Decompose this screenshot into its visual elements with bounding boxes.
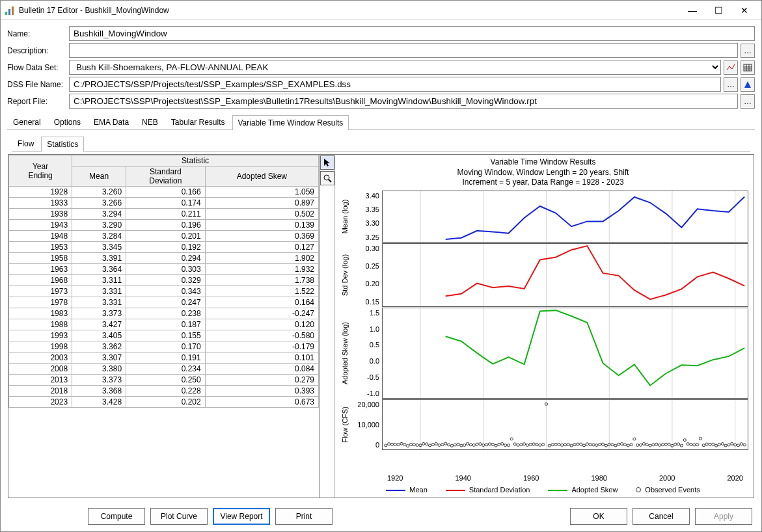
svg-point-64	[472, 444, 475, 446]
table-row[interactable]: 19933.4050.155-0.580	[9, 330, 319, 341]
table-row[interactable]: 20233.4280.2020.673	[9, 397, 319, 408]
svg-point-44	[409, 443, 412, 446]
ok-button[interactable]: OK	[570, 508, 627, 525]
table-row[interactable]: 19633.3640.3031.932	[9, 264, 319, 275]
table-row[interactable]: 20183.3680.2280.393	[9, 386, 319, 397]
svg-point-53	[438, 444, 441, 446]
svg-point-51	[431, 443, 434, 446]
table-row[interactable]: 19783.3310.2470.164	[9, 297, 319, 308]
x-axis: 192019401960198020002020	[338, 473, 748, 482]
svg-point-95	[570, 444, 573, 447]
svg-point-39	[394, 443, 396, 446]
statistics-table-pane: Year Ending Statistic MeanStandard Devia…	[8, 155, 320, 498]
dss-file-field[interactable]	[69, 77, 721, 92]
flow-data-set-select[interactable]: Bush Kill-Shoemakers, PA-FLOW-ANNUAL PEA…	[69, 60, 721, 75]
svg-point-129	[677, 443, 679, 446]
cancel-button[interactable]: Cancel	[633, 508, 690, 525]
table-row[interactable]: 19283.2600.1661.059	[9, 187, 319, 198]
report-file-field[interactable]	[69, 94, 738, 109]
svg-point-76	[510, 438, 513, 440]
table-row[interactable]: 19433.2900.1960.139	[9, 220, 319, 231]
plot-curve-button[interactable]: Plot Curve	[150, 508, 208, 525]
table-row[interactable]: 19383.2940.2110.502	[9, 209, 319, 220]
svg-point-119	[646, 444, 648, 446]
compute-button[interactable]: Compute	[88, 508, 145, 525]
view-report-button[interactable]: View Report	[213, 508, 270, 525]
svg-point-113	[627, 444, 629, 447]
table-row[interactable]: 19533.3450.1920.127	[9, 242, 319, 253]
tab-variable-time-window-results[interactable]: Variable Time Window Results	[232, 115, 349, 130]
table-row[interactable]: 20133.3730.2500.279	[9, 375, 319, 386]
svg-point-124	[661, 444, 664, 446]
x-tick: 2000	[659, 474, 675, 482]
minimize-button[interactable]: —	[679, 1, 705, 20]
table-data-icon[interactable]	[741, 60, 755, 75]
tab-ema-data[interactable]: EMA Data	[88, 114, 135, 129]
table-row[interactable]: 20033.3070.1910.101	[9, 352, 319, 364]
table-row[interactable]: 19833.3730.238-0.247	[9, 308, 319, 319]
dss-label: DSS File Name:	[7, 80, 69, 89]
svg-point-60	[460, 444, 463, 447]
svg-marker-9	[324, 159, 330, 166]
x-tick: 1960	[523, 474, 539, 482]
x-tick: 1920	[387, 474, 403, 482]
table-row[interactable]: 19683.3110.3291.738	[9, 275, 319, 286]
svg-point-61	[463, 444, 466, 446]
plot-panel[interactable]	[382, 243, 748, 307]
table-row[interactable]: 19483.2840.2010.369	[9, 231, 319, 242]
maximize-button[interactable]: ☐	[705, 1, 731, 20]
name-field[interactable]	[69, 26, 755, 41]
table-row[interactable]: 19333.2660.1740.897	[9, 198, 319, 209]
svg-point-10	[324, 175, 329, 180]
close-button[interactable]: ✕	[731, 1, 757, 20]
button-bar: Compute Plot Curve View Report Print OK …	[1, 505, 761, 531]
table-row[interactable]: 19883.4270.1870.120	[9, 319, 319, 330]
table-row[interactable]: 19583.3910.2941.902	[9, 253, 319, 264]
svg-point-125	[664, 443, 667, 446]
plot-panel[interactable]	[382, 308, 748, 399]
table-row[interactable]: 20083.3800.2340.084	[9, 364, 319, 375]
svg-point-57	[450, 444, 453, 447]
table-row[interactable]: 19983.3620.170-0.179	[9, 341, 319, 352]
svg-point-63	[469, 444, 472, 446]
tab-general[interactable]: General	[7, 114, 47, 129]
chart-area: Variable Time Window Results Moving Wind…	[335, 155, 754, 498]
svg-rect-3	[744, 64, 752, 71]
svg-point-121	[652, 444, 655, 446]
tab-tabular-results[interactable]: Tabular Results	[165, 114, 231, 129]
tab-neb[interactable]: NEB	[136, 114, 164, 129]
svg-point-73	[501, 442, 504, 445]
zoom-tool-icon[interactable]	[320, 171, 334, 185]
dss-browse-button[interactable]: …	[724, 77, 738, 92]
subtab-statistics[interactable]: Statistics	[41, 137, 84, 152]
dss-plot-icon[interactable]	[741, 77, 755, 92]
tab-options[interactable]: Options	[48, 114, 87, 129]
svg-point-131	[683, 438, 686, 441]
report-browse-button[interactable]: …	[741, 94, 755, 109]
svg-point-136	[699, 437, 701, 440]
plot-data-icon[interactable]	[724, 60, 738, 75]
chart-tools	[320, 155, 335, 498]
description-field[interactable]	[69, 43, 738, 58]
flow-data-set-label: Flow Data Set:	[7, 63, 69, 72]
col-year: Year Ending	[9, 155, 72, 187]
svg-point-56	[447, 444, 450, 446]
svg-point-46	[416, 444, 418, 446]
svg-point-68	[485, 444, 487, 446]
svg-point-139	[709, 443, 711, 446]
subtab-flow[interactable]: Flow	[12, 136, 40, 151]
plot-panel[interactable]	[382, 191, 748, 243]
svg-point-89	[551, 444, 554, 446]
table-row[interactable]: 19733.3310.3431.522	[9, 286, 319, 297]
y-axis-label: Flow (CFS)	[341, 406, 349, 443]
plot-panel[interactable]	[382, 399, 748, 450]
tab-content: FlowStatistics Year Ending Statistic Mea…	[7, 130, 755, 501]
pointer-tool-icon[interactable]	[320, 155, 334, 170]
col-header: Mean	[72, 166, 126, 187]
split-pane: Year Ending Statistic MeanStandard Devia…	[8, 154, 754, 498]
svg-point-78	[517, 444, 519, 446]
svg-point-143	[721, 442, 724, 445]
main-tabs: GeneralOptionsEMA DataNEBTabular Results…	[7, 114, 755, 130]
print-button[interactable]: Print	[275, 508, 333, 525]
description-browse-button[interactable]: …	[741, 44, 755, 58]
